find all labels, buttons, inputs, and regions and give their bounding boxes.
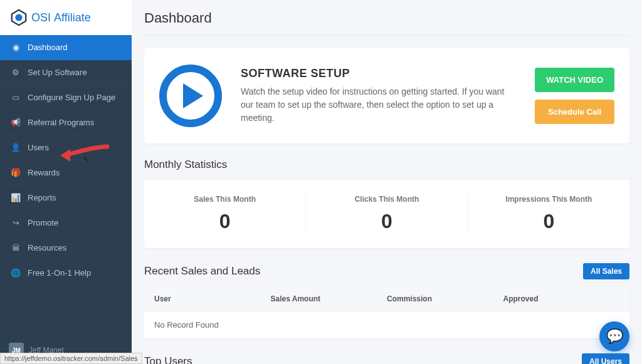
watch-video-button[interactable]: WATCH VIDEO (535, 68, 614, 92)
stats-card: Sales This Month0 Clicks This Month0 Imp… (144, 180, 629, 248)
page-icon: ▭ (11, 93, 20, 102)
stat-clicks: Clicks This Month0 (306, 195, 468, 233)
play-icon (183, 83, 203, 108)
megaphone-icon: 📢 (11, 118, 20, 127)
svg-marker-2 (60, 149, 70, 162)
chat-icon: 💬 (606, 328, 623, 345)
setup-card: SOFTWARE SETUP Watch the setup video for… (144, 48, 629, 143)
svg-point-1 (15, 14, 22, 21)
stats-title: Monthly Statistics (144, 159, 629, 171)
setup-text: SOFTWARE SETUP Watch the setup video for… (241, 67, 516, 125)
nav-resources[interactable]: 🏛Resources (0, 236, 132, 261)
sidebar: OSI Affiliate ◉Dashboard ⚙Set Up Softwar… (0, 0, 132, 364)
gift-icon: 🎁 (11, 169, 20, 177)
nav-setup-software[interactable]: ⚙Set Up Software (0, 60, 132, 85)
chart-icon: 📊 (11, 194, 20, 202)
resources-icon: 🏛 (11, 244, 20, 252)
share-icon: ↪ (11, 219, 20, 227)
nav-dashboard[interactable]: ◉Dashboard (0, 35, 132, 60)
table-row: No Record Found (144, 311, 629, 338)
setup-heading: SOFTWARE SETUP (241, 67, 516, 80)
table-header: User Sales Amount Commission Approved (144, 287, 629, 311)
globe-icon: 🌐 (11, 269, 20, 278)
stat-impressions: Impressions This Month0 (468, 195, 629, 233)
page-title: Dashboard (144, 8, 629, 36)
recent-title: Recent Sales and Leads (144, 265, 260, 278)
gear-icon: ⚙ (11, 68, 20, 77)
user-icon: 👤 (11, 143, 20, 152)
chat-button[interactable]: 💬 (599, 321, 629, 351)
nav-configure-signup[interactable]: ▭Configure Sign Up Page (0, 85, 132, 110)
stat-sales: Sales This Month0 (144, 195, 306, 233)
top-users-title: Top Users (144, 355, 192, 364)
recent-table: User Sales Amount Commission Approved No… (144, 287, 629, 338)
cursor-pointer-icon: ↖ (83, 154, 90, 164)
main-content: Dashboard SOFTWARE SETUP Watch the setup… (132, 0, 642, 364)
all-sales-button[interactable]: All Sales (583, 263, 629, 279)
status-bar-url: https://jeffdemo.ositracker.com/admin/Sa… (0, 353, 142, 364)
logo-icon (10, 9, 28, 26)
nav-referral-programs[interactable]: 📢Referral Programs (0, 110, 132, 135)
nav-help[interactable]: 🌐Free 1-On-1 Help (0, 261, 132, 286)
dashboard-icon: ◉ (11, 43, 20, 52)
all-users-button[interactable]: All Users (582, 353, 629, 364)
setup-body: Watch the setup video for instructions o… (241, 85, 516, 125)
play-button[interactable] (159, 65, 222, 127)
nav-reports[interactable]: 📊Reports (0, 185, 132, 211)
schedule-call-button[interactable]: Schedule Call (535, 100, 614, 124)
logo[interactable]: OSI Affiliate (0, 0, 132, 35)
nav-promote[interactable]: ↪Promote (0, 211, 132, 236)
logo-text: OSI Affiliate (31, 11, 91, 24)
